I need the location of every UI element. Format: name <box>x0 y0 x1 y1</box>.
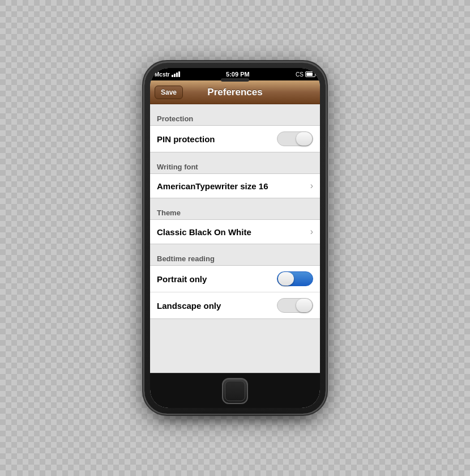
nav-bar: Save Preferences <box>150 80 320 104</box>
home-button[interactable] <box>222 378 248 404</box>
status-left: Mcstr <box>155 71 180 78</box>
section-header-bedtime: Bedtime reading <box>150 252 320 265</box>
save-preferences-button[interactable]: Save <box>155 86 183 99</box>
carrier-label: Mcstr <box>155 71 170 78</box>
section-header-theme: Theme <box>150 206 320 219</box>
protection-group: PIN protection OFF <box>150 125 320 152</box>
portrait-only-label: Portrait only <box>157 274 207 284</box>
portrait-only-toggle[interactable]: ON <box>277 271 313 286</box>
signal-bars <box>172 71 180 77</box>
landscape-toggle-thumb <box>296 299 312 312</box>
font-group: AmericanTypewriter size 16 › <box>150 173 320 198</box>
portrait-only-control: ON <box>277 271 313 286</box>
pin-protection-label: PIN protection <box>157 134 215 144</box>
theme-label: Classic Black On White <box>157 227 251 237</box>
section-theme: Theme Classic Black On White › <box>150 206 320 244</box>
signal-bar-3 <box>176 73 178 77</box>
section-writing-font: Writing font AmericanTypewriter size 16 … <box>150 160 320 198</box>
pin-protection-control: OFF <box>277 131 313 146</box>
font-control: › <box>310 181 313 191</box>
landscape-only-label: Landscape only <box>157 301 221 311</box>
landscape-only-row[interactable]: Landscape only OFF <box>150 292 320 318</box>
bedtime-group: Portrait only ON Landscape only <box>150 265 320 319</box>
nav-title: Preferences <box>207 87 262 98</box>
font-label: AmericanTypewriter size 16 <box>157 181 268 191</box>
content-area: Protection PIN protection OFF <box>150 104 320 373</box>
section-header-protection: Protection <box>150 112 320 125</box>
portrait-toggle-thumb <box>278 272 294 286</box>
phone-screen-area: Mcstr 5:09 PM CS <box>150 68 320 408</box>
theme-control: › <box>310 227 313 237</box>
home-button-inner <box>225 381 245 401</box>
status-right-text: CS <box>296 71 304 78</box>
signal-bar-4 <box>178 71 180 77</box>
theme-chevron-icon: › <box>310 227 313 237</box>
landscape-only-toggle[interactable]: OFF <box>277 298 313 313</box>
section-bedtime: Bedtime reading Portrait only ON <box>150 252 320 319</box>
font-chevron-icon: › <box>310 181 313 191</box>
signal-bar-2 <box>174 74 176 77</box>
battery-fill <box>306 73 313 76</box>
signal-bar-1 <box>172 75 173 77</box>
pin-protection-row[interactable]: PIN protection OFF <box>150 126 320 152</box>
phone-speaker <box>221 78 249 82</box>
screen: Mcstr 5:09 PM CS <box>150 68 320 408</box>
section-protection: Protection PIN protection OFF <box>150 112 320 152</box>
portrait-only-row[interactable]: Portrait only ON <box>150 266 320 292</box>
font-selection-row[interactable]: AmericanTypewriter size 16 › <box>150 174 320 198</box>
status-right: CS <box>296 71 315 78</box>
theme-group: Classic Black On White › <box>150 219 320 244</box>
status-time: 5:09 PM <box>226 71 250 78</box>
section-header-font: Writing font <box>150 160 320 173</box>
battery-icon <box>305 71 315 77</box>
phone-device: Mcstr 5:09 PM CS <box>144 62 326 414</box>
pin-protection-toggle[interactable]: OFF <box>277 131 313 146</box>
landscape-only-control: OFF <box>277 298 313 313</box>
theme-selection-row[interactable]: Classic Black On White › <box>150 220 320 244</box>
bottom-area <box>150 373 320 408</box>
pin-toggle-thumb <box>296 132 312 146</box>
